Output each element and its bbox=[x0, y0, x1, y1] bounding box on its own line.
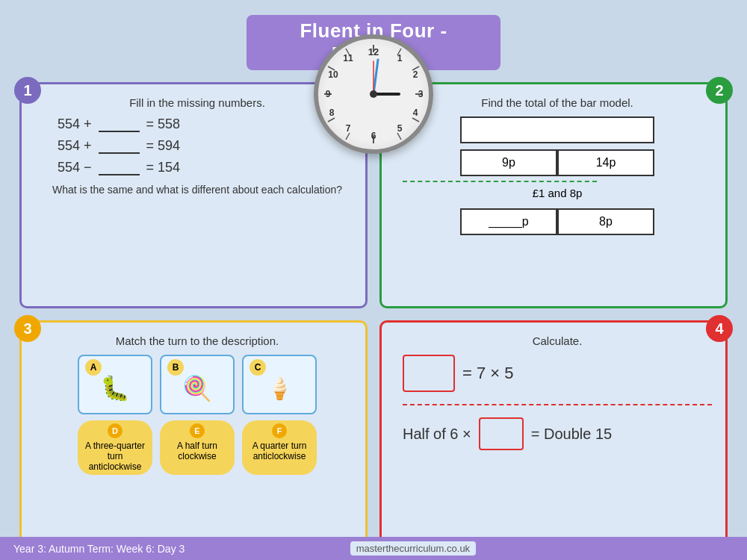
svg-line-9 bbox=[328, 118, 335, 122]
svg-text:9: 9 bbox=[326, 89, 331, 99]
svg-text:6: 6 bbox=[371, 131, 376, 141]
equation-3: 554 − = 154 bbox=[58, 160, 352, 175]
calc-eq2-right: = Double 15 bbox=[531, 426, 612, 443]
svg-line-7 bbox=[397, 133, 401, 140]
calc-row-2: Half of 6 × = Double 15 bbox=[403, 417, 712, 450]
panel2-instruction: Find the total of the bar model. bbox=[403, 96, 712, 109]
footer-right: Master The Curriculum bbox=[641, 543, 734, 555]
svg-text:1: 1 bbox=[397, 53, 403, 63]
calc-section: = 7 × 5 Half of 6 × = Double 15 bbox=[403, 355, 712, 450]
bar-top-1 bbox=[460, 116, 654, 143]
bar-cell-9p: 9p bbox=[460, 149, 557, 176]
turn-text-D: A three-quarter turn anticlockwise bbox=[84, 441, 146, 472]
svg-text:2: 2 bbox=[413, 69, 418, 80]
panel-3: 3 Match the turn to the description. A 🐛… bbox=[19, 320, 368, 548]
calc-box-1 bbox=[403, 355, 455, 392]
turn-text-E: A half turn clockwise bbox=[166, 441, 229, 461]
badge-3: 3 bbox=[14, 315, 41, 342]
turn-icon-A: 🐛 bbox=[100, 374, 130, 402]
bar-bottom-2: _____p 8p bbox=[460, 208, 654, 235]
bar-divider bbox=[403, 181, 597, 182]
footer-left: Year 3: Autumn Term: Week 6: Day 3 bbox=[13, 543, 185, 555]
equation-2: 554 + = 594 bbox=[58, 138, 352, 154]
turn-img-B: B 🍭 bbox=[160, 355, 235, 414]
svg-text:7: 7 bbox=[346, 123, 351, 134]
badge-F: F bbox=[272, 423, 287, 438]
svg-text:12: 12 bbox=[368, 46, 379, 57]
svg-text:8: 8 bbox=[329, 108, 335, 118]
svg-text:10: 10 bbox=[328, 69, 338, 80]
svg-text:5: 5 bbox=[397, 123, 403, 134]
turn-desc-E: E A half turn clockwise bbox=[160, 420, 235, 475]
panel1-question: What is the same and what is different a… bbox=[43, 183, 352, 198]
panel3-instruction: Match the turn to the description. bbox=[43, 335, 352, 347]
bar-cell-blank: _____p bbox=[460, 208, 557, 235]
panel1-instruction: Fill in the missing numbers. bbox=[43, 96, 352, 109]
badge-2: 2 bbox=[706, 77, 733, 104]
turns-labels: D A three-quarter turn anticlockwise E A… bbox=[43, 420, 352, 475]
panel4-instruction: Calculate. bbox=[403, 335, 712, 347]
calc-row-1: = 7 × 5 bbox=[403, 355, 712, 392]
footer-center: masterthecurriculum.co.uk bbox=[350, 541, 476, 556]
badge-1: 1 bbox=[14, 77, 41, 104]
svg-text:4: 4 bbox=[413, 108, 418, 118]
turn-icon-C: 🍦 bbox=[267, 376, 293, 401]
panel-4: 4 Calculate. = 7 × 5 Half of 6 × = Doubl… bbox=[379, 320, 728, 548]
clock: 12 1 2 3 4 5 6 7 8 9 10 11 bbox=[314, 34, 433, 154]
footer: Year 3: Autumn Term: Week 6: Day 3 maste… bbox=[0, 537, 747, 560]
badge-E: E bbox=[190, 423, 205, 438]
turn-img-A: A 🐛 bbox=[78, 355, 152, 414]
turn-text-F: A quarter turn anticlockwise bbox=[248, 441, 311, 461]
calc-eq1: = 7 × 5 bbox=[462, 364, 514, 383]
svg-text:3: 3 bbox=[418, 89, 424, 99]
svg-line-25 bbox=[374, 60, 378, 94]
bar-model-2: £1 and 8p _____p 8p bbox=[403, 187, 712, 235]
bar-total-label: £1 and 8p bbox=[460, 187, 654, 199]
calc-divider bbox=[403, 404, 712, 405]
badge-D: D bbox=[108, 423, 123, 438]
bar-cell-8p: 8p bbox=[557, 208, 654, 235]
turn-img-C: C 🍦 bbox=[242, 355, 317, 414]
turn-icon-B: 🍭 bbox=[182, 374, 212, 402]
turns-images: A 🐛 B 🍭 C 🍦 bbox=[43, 355, 352, 414]
turn-label-C: C bbox=[249, 359, 266, 376]
bar-bottom-1: 9p 14p bbox=[460, 149, 654, 176]
clock-face: 12 1 2 3 4 5 6 7 8 9 10 11 bbox=[314, 34, 433, 154]
turn-label-B: B bbox=[167, 359, 184, 376]
turn-desc-F: F A quarter turn anticlockwise bbox=[242, 420, 317, 475]
turn-desc-D: D A three-quarter turn anticlockwise bbox=[78, 420, 152, 475]
svg-line-8 bbox=[346, 133, 350, 140]
badge-4: 4 bbox=[706, 315, 733, 342]
svg-line-6 bbox=[412, 118, 419, 122]
bar-model-1: 9p 14p bbox=[403, 116, 712, 176]
calc-eq2-left: Half of 6 × bbox=[403, 426, 471, 443]
svg-text:11: 11 bbox=[343, 53, 353, 63]
svg-point-27 bbox=[370, 90, 377, 98]
turn-label-A: A bbox=[85, 359, 102, 376]
equation-1: 554 + = 558 bbox=[58, 116, 352, 132]
bar-cell-14p: 14p bbox=[557, 149, 654, 176]
calc-box-2 bbox=[479, 417, 524, 450]
